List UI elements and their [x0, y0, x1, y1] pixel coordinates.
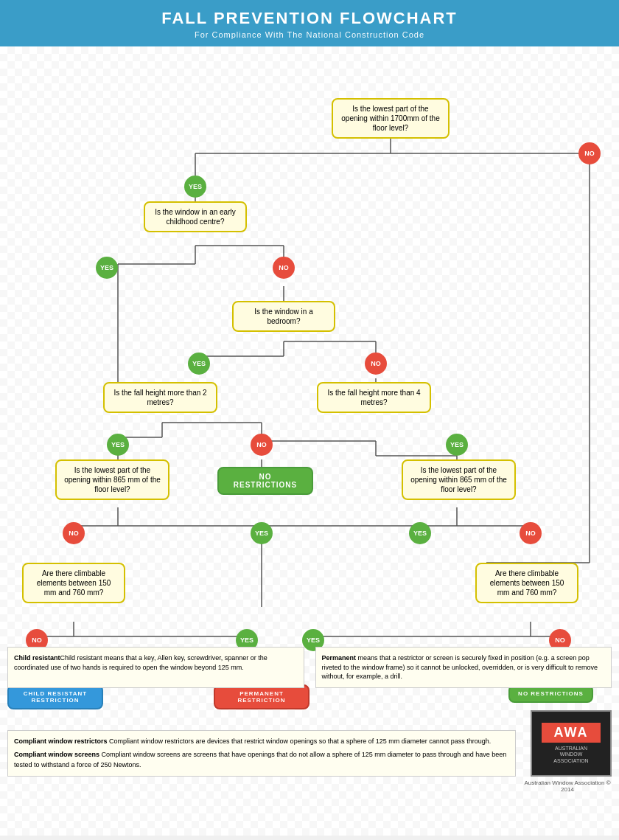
header-title: Fall Prevention Flowchart — [15, 9, 604, 28]
no-circle-q4: NO — [251, 434, 273, 456]
no-circle-q2: NO — [273, 257, 295, 279]
copyright: Australian Window Association © 2014 — [523, 780, 612, 793]
question-1700mm: Is the lowest part of the opening within… — [332, 98, 450, 139]
no-circle-q3: NO — [365, 353, 387, 375]
question-bedroom: Is the window in a bedroom? — [232, 301, 335, 332]
permanent-restriction-box: Permanent Restriction — [214, 684, 310, 709]
question-climbable-left: Are there climbable elements between 150… — [22, 563, 125, 603]
child-resistant-box: Child Resistant Restriction — [7, 684, 103, 709]
page-wrapper: Fall Prevention Flowchart For Compliance… — [0, 0, 619, 836]
legend-section: Child resistantChild resistant means tha… — [7, 647, 612, 688]
permanent-legend: Permanent means that a restrictor or scr… — [315, 647, 612, 688]
yes-circle-q3: YES — [188, 353, 210, 375]
awa-logo: AWA AUSTRALIAN WINDOW ASSOCIATION — [531, 710, 612, 777]
flowchart-lines — [0, 46, 619, 836]
no-restrictions-center: No Restrictions — [217, 467, 313, 495]
question-fall-4m: Is the fall height more than 4 metres? — [317, 382, 431, 413]
no-circle-q6-right: NO — [520, 522, 542, 544]
yes-circle-q6b-left: YES — [409, 522, 431, 544]
main-content: Is the lowest part of the opening within… — [0, 46, 619, 836]
question-fall-2m: Is the fall height more than 2 metres? — [103, 382, 217, 413]
question-early-childhood: Is the window in an early childhood cent… — [144, 201, 247, 232]
no-circle-q1: NO — [578, 142, 601, 164]
yes-circle-q4: YES — [107, 434, 129, 456]
question-climbable-right: Are there climbable elements between 150… — [475, 563, 578, 603]
question-865mm-right: Is the lowest part of the opening within… — [402, 459, 516, 500]
child-resistant-legend: Child resistantChild resistant means tha… — [7, 647, 304, 688]
question-865mm-left: Is the lowest part of the opening within… — [55, 459, 169, 500]
yes-circle-q6-left: YES — [251, 522, 273, 544]
no-circle-q6-left: NO — [63, 522, 85, 544]
yes-circle-q2: YES — [96, 257, 118, 279]
header-subtitle: For Compliance With The National Constru… — [15, 30, 604, 39]
yes-circle-q1: YES — [184, 176, 206, 198]
yes-circle-q5: YES — [446, 434, 468, 456]
compliant-notes: Compliant window restrictors Compliant w… — [7, 730, 516, 777]
header: Fall Prevention Flowchart For Compliance… — [0, 0, 619, 46]
